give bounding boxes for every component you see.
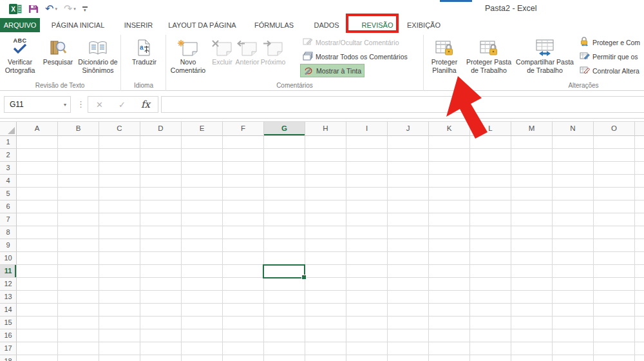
- tab-layout-da-pagina[interactable]: LAYOUT DA PÁGINA: [161, 18, 243, 32]
- thesaurus-icon: [76, 34, 120, 57]
- enter-icon[interactable]: ✓: [118, 100, 126, 110]
- column-header-N[interactable]: N: [553, 122, 594, 136]
- row-header-6[interactable]: 6: [0, 200, 17, 213]
- column-header-G[interactable]: G: [264, 122, 305, 136]
- row-header-10[interactable]: 10: [0, 252, 17, 265]
- cancel-icon[interactable]: ✕: [96, 100, 103, 110]
- row-header-18[interactable]: 18: [0, 355, 17, 361]
- column-header-L[interactable]: L: [470, 122, 511, 136]
- redo-dropdown-icon[interactable]: ▾: [73, 6, 76, 12]
- select-all-triangle-icon: [8, 127, 15, 134]
- column-header-partial: [635, 122, 644, 136]
- excel-logo-icon[interactable]: X: [9, 3, 22, 15]
- formula-bar-separator-dots: ⋮: [77, 99, 85, 109]
- tab-pagina-inicial[interactable]: PÁGINA INICIAL: [40, 18, 116, 32]
- tab-arquivo[interactable]: ARQUIVO: [0, 18, 40, 32]
- permitir-que-os-usuarios-editem-button[interactable]: Permitir que os: [577, 50, 641, 63]
- select-all-corner[interactable]: [0, 122, 17, 136]
- row-header-1[interactable]: 1: [0, 136, 17, 149]
- novo-comentario-button[interactable]: Novo Comentário: [169, 34, 207, 88]
- tab-formulas[interactable]: FÓRMULAS: [243, 18, 305, 32]
- protect-share-icon: [580, 37, 590, 48]
- redo-button[interactable]: ↷ ▾: [64, 4, 76, 14]
- row-header-4[interactable]: 4: [0, 175, 17, 188]
- row-header-5[interactable]: 5: [0, 188, 17, 200]
- undo-dropdown-icon[interactable]: ▾: [55, 6, 57, 12]
- spreadsheet-grid: ABCDEFGHIJKLMNO 123456789101112131415161…: [0, 121, 644, 361]
- save-icon[interactable]: [28, 4, 39, 14]
- column-header-B[interactable]: B: [58, 122, 99, 136]
- show-all-comments-icon: [303, 52, 313, 62]
- column-header-C[interactable]: C: [99, 122, 140, 136]
- svg-text:a: a: [140, 44, 144, 51]
- column-header-I[interactable]: I: [346, 122, 388, 136]
- verificar-ortografia-button[interactable]: ABC Verificar Ortografia: [1, 34, 39, 88]
- column-header-O[interactable]: O: [594, 122, 635, 136]
- next-comment-icon: [258, 34, 288, 57]
- cells-area[interactable]: [17, 136, 644, 361]
- column-header-M[interactable]: M: [511, 122, 553, 136]
- name-box[interactable]: G11 ▾: [4, 96, 71, 113]
- column-header-J[interactable]: J: [388, 122, 429, 136]
- spell-check-icon: ABC: [1, 34, 39, 57]
- mostrar-a-tinta-button[interactable]: Mostrar à Tinta: [300, 64, 365, 77]
- row-header-11[interactable]: 11: [0, 265, 17, 278]
- group-label-revisao-de-texto: Revisão de Texto: [0, 82, 120, 89]
- tab-inserir[interactable]: INSERIR: [116, 18, 161, 32]
- pesquisar-button[interactable]: Pesquisar: [40, 34, 76, 88]
- research-icon: [40, 34, 76, 57]
- row-header-3[interactable]: 3: [0, 162, 17, 175]
- proteger-pasta-de-trabalho-button[interactable]: Proteger Pasta de Trabalho: [464, 34, 514, 88]
- row-headers: 123456789101112131415161718: [0, 136, 17, 361]
- column-headers: ABCDEFGHIJKLMNO: [17, 122, 644, 136]
- row-header-14[interactable]: 14: [0, 304, 17, 317]
- track-changes-icon: [580, 66, 590, 76]
- row-header-7[interactable]: 7: [0, 213, 17, 226]
- proteger-planilha-button[interactable]: Proteger Planilha: [425, 34, 464, 88]
- window-edge-artifact: [440, 0, 472, 2]
- undo-button[interactable]: ↶ ▾: [45, 4, 57, 14]
- column-header-F[interactable]: F: [223, 122, 264, 136]
- traduzir-button[interactable]: a Traduzir: [126, 34, 162, 88]
- mostrar-ocultar-comentario-button: Mostrar/Ocultar Comentário: [300, 35, 402, 49]
- row-header-12[interactable]: 12: [0, 278, 17, 291]
- name-box-dropdown-icon[interactable]: ▾: [64, 102, 70, 108]
- selected-cell-g11[interactable]: [263, 264, 305, 278]
- column-header-H[interactable]: H: [305, 122, 346, 136]
- tab-exibicao[interactable]: EXIBIÇÃO: [398, 18, 450, 32]
- row-header-2[interactable]: 2: [0, 149, 17, 162]
- window-title: Pasta2 - Excel: [485, 4, 537, 13]
- controlar-alteracoes-button[interactable]: Controlar Altera: [577, 64, 642, 77]
- new-comment-icon: [169, 34, 207, 57]
- row-header-17[interactable]: 17: [0, 342, 17, 355]
- column-header-A[interactable]: A: [17, 122, 58, 136]
- row-header-8[interactable]: 8: [0, 226, 17, 239]
- column-header-E[interactable]: E: [182, 122, 223, 136]
- row-header-13[interactable]: 13: [0, 291, 17, 304]
- ribbon-tab-bar: ARQUIVO PÁGINA INICIAL INSERIR LAYOUT DA…: [0, 18, 644, 32]
- allow-edit-ranges-icon: [580, 52, 590, 62]
- mostrar-todos-os-comentarios-button[interactable]: Mostrar Todos os Comentários: [300, 50, 410, 63]
- dicionario-de-sinonimos-button[interactable]: Dicionário de Sinônimos: [76, 34, 120, 88]
- proteger-e-compartilhar-button[interactable]: Proteger e Com: [577, 35, 643, 49]
- group-label-idioma: Idioma: [122, 82, 165, 89]
- tab-dados[interactable]: DADOS: [305, 18, 348, 32]
- name-box-value: G11: [10, 100, 24, 109]
- show-ink-icon: [303, 66, 314, 76]
- redo-icon: ↷: [64, 4, 72, 14]
- insert-function-icon[interactable]: fx: [141, 99, 150, 110]
- group-label-comentarios: Comentários: [166, 82, 423, 89]
- row-header-16[interactable]: 16: [0, 329, 17, 342]
- fill-handle[interactable]: [301, 275, 307, 280]
- proximo-comentario-button: Próximo: [258, 34, 288, 88]
- compartilhar-pasta-de-trabalho-button[interactable]: Compartilhar Pasta de Trabalho: [514, 34, 576, 88]
- column-header-D[interactable]: D: [140, 122, 182, 136]
- row-header-9[interactable]: 9: [0, 239, 17, 252]
- customize-qat-icon[interactable]: ▾: [82, 6, 88, 12]
- column-header-K[interactable]: K: [429, 122, 470, 136]
- formula-bar: G11 ▾ ⋮ ✕ ✓ fx: [0, 91, 644, 119]
- protect-workbook-icon: [464, 34, 514, 57]
- share-workbook-icon: [514, 34, 576, 57]
- formula-input[interactable]: [161, 96, 644, 113]
- row-header-15[interactable]: 15: [0, 317, 17, 329]
